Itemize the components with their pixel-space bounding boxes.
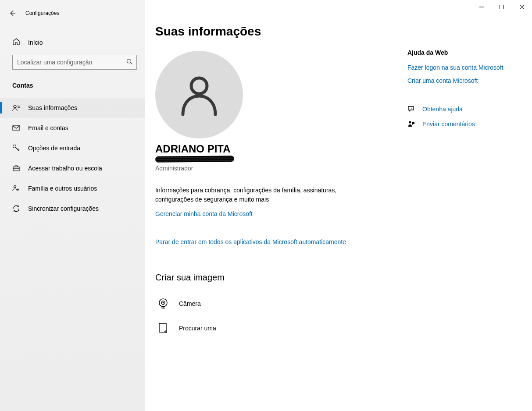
create-account-help-link[interactable]: Criar uma conta Microsoft: [407, 77, 521, 84]
sidebar-item-work-school[interactable]: Acessar trabalho ou escola: [0, 158, 145, 178]
sidebar-item-label: Suas informações: [28, 104, 77, 111]
svg-point-20: [191, 78, 207, 94]
help-panel: Ajuda da Web Fazer logon na sua conta Mi…: [407, 25, 521, 400]
minimize-button[interactable]: [471, 0, 492, 14]
sidebar-item-your-info[interactable]: Suas informações: [0, 98, 145, 118]
sidebar: Configurações Início Contas Suas informa…: [0, 0, 145, 411]
sidebar-item-signin-options[interactable]: Opções de entrada: [0, 138, 145, 158]
help-heading: Ajuda da Web: [407, 49, 521, 56]
sync-icon: [12, 205, 20, 213]
svg-line-14: [18, 149, 19, 150]
window-controls: [471, 0, 532, 14]
user-email-redacted: [155, 156, 234, 163]
user-role: Administrador: [155, 165, 390, 172]
search-input[interactable]: [12, 55, 137, 70]
avatar: [155, 51, 243, 138]
browse-file-icon: [155, 320, 171, 336]
sidebar-home-label: Início: [28, 39, 43, 46]
back-button[interactable]: [8, 9, 17, 18]
sidebar-item-email-accounts[interactable]: Email e contas: [0, 118, 145, 138]
camera-icon: [155, 296, 171, 312]
app-title: Configurações: [25, 10, 59, 16]
camera-label: Câmera: [179, 300, 201, 307]
mail-icon: [12, 124, 20, 132]
svg-point-17: [14, 186, 16, 188]
svg-point-27: [409, 121, 411, 124]
signin-help-link[interactable]: Fazer logon na sua conta Microsoft: [407, 64, 521, 71]
browse-option[interactable]: Procurar uma: [155, 316, 390, 340]
home-icon: [12, 38, 20, 47]
people-add-icon: [12, 184, 20, 192]
stop-auto-signin-link[interactable]: Parar de entrar em todos os aplicativos …: [155, 238, 390, 245]
sidebar-nav: Suas informações Email e contas Opções d…: [0, 98, 145, 219]
svg-point-11: [13, 145, 16, 148]
svg-point-23: [163, 302, 164, 304]
svg-text:?: ?: [411, 107, 412, 110]
sidebar-item-label: Email e contas: [28, 124, 68, 131]
sidebar-section-label: Contas: [0, 70, 145, 92]
sidebar-item-label: Acessar trabalho ou escola: [28, 165, 102, 172]
maximize-button[interactable]: [492, 0, 512, 14]
main-content: Suas informações ADRIANO PITA Administra…: [145, 0, 532, 411]
sidebar-header: Configurações: [0, 4, 145, 22]
send-feedback-link[interactable]: Enviar comentários: [422, 120, 475, 128]
create-image-heading: Criar sua imagem: [155, 273, 390, 283]
get-help-row[interactable]: ? Obtenha ajuda: [407, 105, 521, 113]
manage-account-link[interactable]: Gerenciar minha conta da Microsoft: [155, 210, 253, 217]
svg-line-13: [18, 149, 18, 149]
close-button[interactable]: [512, 0, 532, 14]
user-name: ADRIANO PITA: [155, 143, 390, 155]
info-paragraph: Informações para cobrança, configurações…: [155, 186, 339, 204]
sidebar-item-label: Família e outros usuários: [28, 185, 97, 192]
page-title: Suas informações: [155, 25, 390, 39]
sidebar-item-family-users[interactable]: Família e outros usuários: [0, 178, 145, 198]
feedback-icon: [407, 120, 415, 128]
svg-rect-1: [500, 5, 504, 9]
get-help-link[interactable]: Obtenha ajuda: [422, 106, 463, 113]
search-wrap: [12, 55, 137, 70]
person-card-icon: [12, 104, 20, 112]
help-chat-icon: ?: [407, 105, 415, 113]
send-feedback-row[interactable]: Enviar comentários: [407, 120, 521, 128]
sidebar-item-label: Sincronizar configurações: [28, 205, 99, 212]
browse-label: Procurar uma: [179, 325, 216, 332]
svg-point-7: [14, 105, 16, 108]
key-icon: [12, 144, 20, 152]
camera-option[interactable]: Câmera: [155, 291, 390, 316]
sidebar-item-sync-settings[interactable]: Sincronizar configurações: [0, 198, 145, 219]
briefcase-icon: [12, 164, 20, 172]
sidebar-home[interactable]: Início: [0, 32, 145, 52]
sidebar-item-label: Opções de entrada: [28, 145, 80, 152]
